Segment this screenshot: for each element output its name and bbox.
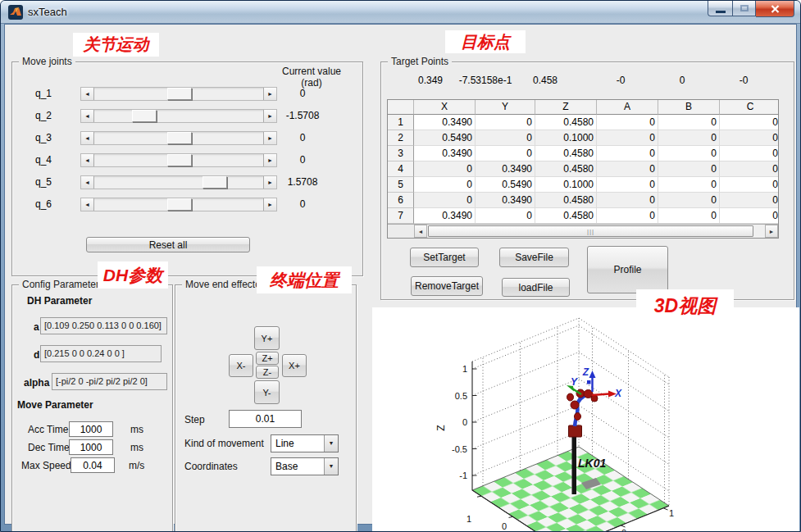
- jog-z-minus-button[interactable]: Z-: [256, 366, 279, 379]
- joint-slider-q_3[interactable]: ◄►: [80, 131, 277, 145]
- slider-left-arrow-icon[interactable]: ◄: [81, 198, 94, 211]
- row-number[interactable]: 5: [388, 177, 414, 193]
- row-number[interactable]: 6: [388, 193, 414, 208]
- table-cell-r1-Y[interactable]: 0: [476, 115, 535, 130]
- dec-time-field[interactable]: 1000: [69, 439, 113, 455]
- table-cell-r4-A[interactable]: 0: [597, 161, 658, 177]
- slider-thumb[interactable]: [167, 198, 192, 211]
- titlebar[interactable]: sxTeach: [1, 1, 800, 24]
- table-cell-r1-A[interactable]: 0: [597, 115, 658, 130]
- scroll-left-arrow-icon[interactable]: ◄: [414, 225, 427, 238]
- maximize-button[interactable]: [732, 1, 756, 16]
- coordinates-dropdown[interactable]: Base ▼: [271, 457, 339, 475]
- table-cell-r1-B[interactable]: 0: [658, 115, 720, 130]
- table-cell-r3-X[interactable]: 0.3490: [414, 146, 476, 161]
- joint-slider-q_4[interactable]: ◄►: [80, 153, 277, 167]
- slider-thumb[interactable]: [167, 88, 192, 100]
- column-header-Z[interactable]: Z: [535, 100, 597, 115]
- slider-right-arrow-icon[interactable]: ►: [263, 198, 276, 211]
- save-file-button[interactable]: SaveFile: [499, 248, 569, 267]
- table-cell-r1-X[interactable]: 0.3490: [414, 115, 476, 130]
- slider-right-arrow-icon[interactable]: ►: [263, 176, 276, 189]
- table-cell-r5-Z[interactable]: 0.1000: [535, 177, 597, 193]
- table-cell-r7-B[interactable]: 0: [658, 208, 720, 224]
- table-cell-r1-Z[interactable]: 0.4580: [535, 115, 597, 130]
- row-number[interactable]: 2: [388, 130, 414, 146]
- max-speed-field[interactable]: 0.04: [71, 457, 115, 473]
- table-cell-r7-Z[interactable]: 0.4580: [535, 208, 597, 224]
- slider-right-arrow-icon[interactable]: ►: [263, 154, 276, 166]
- table-cell-r7-X[interactable]: 0.3490: [414, 208, 476, 224]
- table-cell-r2-B[interactable]: 0: [658, 130, 720, 146]
- slider-left-arrow-icon[interactable]: ◄: [81, 110, 94, 122]
- column-header-X[interactable]: X: [414, 100, 476, 115]
- table-cell-r5-X[interactable]: 0: [414, 177, 476, 193]
- joint-slider-q_2[interactable]: ◄►: [80, 109, 277, 123]
- 3d-view[interactable]: 1 0.5 0 -0.5 -1 1 0 -1 0 1 Z: [372, 307, 799, 532]
- remove-target-button[interactable]: RemoveTarget: [411, 276, 483, 296]
- table-cell-r4-B[interactable]: 0: [658, 161, 720, 177]
- table-cell-r2-C[interactable]: 0: [720, 130, 779, 146]
- dropdown-arrow-icon[interactable]: ▼: [324, 458, 338, 475]
- slider-right-arrow-icon[interactable]: ►: [263, 88, 276, 100]
- dh-a-field[interactable]: [0.109 0.250 0.113 0 0 0.160]: [40, 317, 167, 334]
- table-hscrollbar[interactable]: ◄ ►: [414, 224, 778, 238]
- column-header-C[interactable]: C: [720, 100, 779, 115]
- slider-right-arrow-icon[interactable]: ►: [263, 132, 276, 144]
- profile-button[interactable]: Profile: [587, 246, 668, 293]
- slider-left-arrow-icon[interactable]: ◄: [81, 88, 94, 100]
- table-cell-r6-C[interactable]: 0: [720, 193, 779, 208]
- table-cell-r7-A[interactable]: 0: [597, 208, 658, 224]
- table-cell-r3-C[interactable]: 0: [720, 146, 779, 161]
- table-cell-r2-Z[interactable]: 0.1000: [535, 130, 597, 146]
- joint-slider-q_5[interactable]: ◄►: [80, 175, 277, 189]
- joint-slider-q_6[interactable]: ◄►: [80, 198, 277, 211]
- dropdown-arrow-icon[interactable]: ▼: [324, 435, 338, 452]
- table-cell-r6-Z[interactable]: 0.4580: [535, 193, 597, 208]
- minimize-button[interactable]: [708, 1, 732, 16]
- table-cell-r2-A[interactable]: 0: [597, 130, 658, 146]
- row-number[interactable]: 7: [388, 208, 414, 224]
- table-cell-r6-B[interactable]: 0: [658, 193, 720, 208]
- row-number[interactable]: 1: [388, 115, 414, 130]
- table-cell-r3-Y[interactable]: 0: [476, 146, 535, 161]
- table-cell-r1-C[interactable]: 0: [720, 115, 779, 130]
- row-number[interactable]: 3: [388, 146, 414, 161]
- column-header-A[interactable]: A: [597, 100, 658, 115]
- slider-right-arrow-icon[interactable]: ►: [263, 110, 276, 122]
- table-cell-r5-A[interactable]: 0: [597, 177, 658, 193]
- slider-left-arrow-icon[interactable]: ◄: [81, 176, 94, 189]
- table-cell-r4-Y[interactable]: 0.3490: [476, 161, 535, 177]
- table-cell-r7-C[interactable]: 0: [720, 208, 779, 224]
- table-cell-r3-B[interactable]: 0: [658, 146, 720, 161]
- table-cell-r4-C[interactable]: 0: [720, 161, 779, 177]
- jog-y-plus-button[interactable]: Y+: [254, 326, 280, 350]
- table-cell-r6-A[interactable]: 0: [597, 193, 658, 208]
- scrollbar-thumb[interactable]: [428, 225, 753, 237]
- table-cell-r5-B[interactable]: 0: [658, 177, 720, 193]
- table-cell-r6-Y[interactable]: 0.3490: [476, 193, 535, 208]
- jog-x-minus-button[interactable]: X-: [229, 354, 253, 377]
- table-cell-r2-X[interactable]: 0.5490: [414, 130, 476, 146]
- slider-thumb[interactable]: [203, 176, 227, 189]
- movement-dropdown[interactable]: Line ▼: [271, 434, 339, 452]
- slider-left-arrow-icon[interactable]: ◄: [81, 132, 94, 144]
- acc-time-field[interactable]: 1000: [69, 421, 113, 437]
- scroll-right-arrow-icon[interactable]: ►: [765, 225, 778, 238]
- slider-thumb[interactable]: [167, 132, 192, 144]
- row-number[interactable]: 4: [388, 161, 414, 177]
- table-cell-r3-Z[interactable]: 0.4580: [535, 146, 597, 161]
- set-target-button[interactable]: SetTarget: [410, 248, 479, 267]
- jog-z-plus-button[interactable]: Z+: [256, 352, 279, 365]
- table-cell-r3-A[interactable]: 0: [597, 146, 658, 161]
- table-cell-r7-Y[interactable]: 0: [476, 208, 535, 224]
- dh-d-field[interactable]: [0.215 0 0 0.24 0 0 ]: [40, 345, 162, 362]
- step-field[interactable]: 0.01: [229, 410, 302, 428]
- close-button[interactable]: [756, 1, 794, 17]
- column-header-Y[interactable]: Y: [476, 100, 535, 115]
- jog-y-minus-button[interactable]: Y-: [254, 380, 280, 404]
- load-file-button[interactable]: loadFile: [502, 278, 570, 297]
- column-header-B[interactable]: B: [658, 100, 720, 115]
- table-cell-r5-C[interactable]: 0: [720, 177, 779, 193]
- jog-x-plus-button[interactable]: X+: [282, 354, 307, 377]
